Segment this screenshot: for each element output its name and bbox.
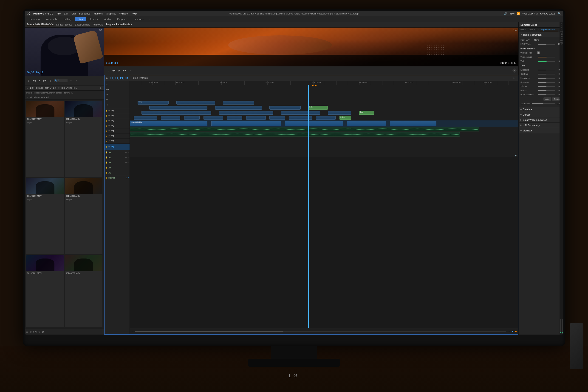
- tab-more[interactable]: ···: [147, 17, 152, 21]
- source-zoom-input[interactable]: [54, 79, 67, 82]
- timeline-add-track[interactable]: +: [512, 76, 516, 80]
- menu-file[interactable]: File: [56, 12, 61, 15]
- prog-step-back[interactable]: ◀◀: [111, 68, 116, 73]
- clip-v3-2[interactable]: [219, 111, 274, 115]
- whites-slider[interactable]: [538, 86, 555, 87]
- tool-razor[interactable]: ✂: [105, 92, 109, 97]
- master-volume-btn[interactable]: 🔊: [515, 155, 517, 156]
- saturation-slider[interactable]: [532, 104, 555, 104]
- source-tab-main[interactable]: Source: 961A6260.MOV ≡: [27, 23, 53, 26]
- temperature-slider[interactable]: [538, 57, 555, 58]
- contrast-slider[interactable]: [538, 74, 555, 74]
- tab-graphics[interactable]: Graphics: [114, 17, 130, 21]
- timeline-zoom-out[interactable]: －: [131, 330, 133, 333]
- clip-v2-9[interactable]: [316, 116, 336, 120]
- list-item[interactable]: 961A6260.MOV 3;50;44: [65, 178, 102, 254]
- clip-a1-main[interactable]: [130, 127, 479, 132]
- source-step-fwd[interactable]: ▶▶: [43, 78, 47, 83]
- blacks-slider[interactable]: [538, 90, 555, 91]
- clip-v3-1[interactable]: [141, 111, 211, 115]
- bin-meta-icon[interactable]: ℹ: [33, 330, 34, 333]
- source-tab-effects[interactable]: Effect Controls: [75, 24, 90, 26]
- source-tab-scopes[interactable]: Lumetri Scopes: [56, 24, 72, 26]
- clip-a2-main[interactable]: [130, 132, 460, 136]
- source-overwrite[interactable]: ⤵: [74, 78, 78, 83]
- menu-markers[interactable]: Markers: [94, 12, 103, 15]
- tool-pen[interactable]: ✏: [105, 98, 109, 102]
- clip-v3-4[interactable]: [328, 111, 351, 115]
- clip-v2-6[interactable]: [246, 116, 266, 120]
- timeline-zoom-in[interactable]: ＋: [508, 330, 510, 333]
- source-play-stop[interactable]: ▶: [37, 78, 42, 83]
- tool-select[interactable]: ↖: [105, 82, 109, 87]
- menu-edit[interactable]: Edit: [64, 12, 68, 15]
- prog-step-fwd[interactable]: ▶▶: [122, 68, 127, 73]
- hdr-specular-slider[interactable]: [538, 94, 555, 95]
- clip-v2-color[interactable]: Colo...: [339, 116, 351, 120]
- lumetri-tab-master[interactable]: Master * Purple Pistols.mp3: [520, 28, 538, 31]
- source-mark-out[interactable]: ⟩: [48, 78, 53, 83]
- tab-audio[interactable]: Audio: [101, 17, 113, 21]
- list-item[interactable]: 961A6259.MOV 49;56: [26, 178, 64, 254]
- list-item[interactable]: 961A6262.MOV: [65, 255, 102, 327]
- search-icon[interactable]: 🔍: [558, 12, 561, 15]
- tab-assembly[interactable]: Assembly: [43, 17, 60, 21]
- prog-play[interactable]: ▶: [117, 68, 121, 73]
- clip-v1-1[interactable]: 961A6260.MOV: [130, 121, 207, 126]
- clip-v1-4[interactable]: [347, 121, 386, 126]
- tab-color[interactable]: Color: [75, 17, 86, 21]
- clip-v2-5[interactable]: [227, 116, 243, 120]
- tab-libraries[interactable]: Libraries: [131, 17, 146, 21]
- bin-delete-icon[interactable]: 🗑: [42, 330, 44, 333]
- list-item[interactable]: 961A6257.MOV 19;22: [26, 101, 64, 177]
- menu-sequence[interactable]: Sequence: [79, 12, 90, 15]
- playhead[interactable]: [308, 85, 309, 328]
- hdr-white-slider[interactable]: [538, 44, 555, 44]
- lumetri-tab-active[interactable]: Purple Pistols * Purple Pistols.m...: [540, 28, 558, 31]
- menu-clip[interactable]: Clip: [71, 12, 76, 15]
- tab-editing[interactable]: Editing: [61, 17, 74, 21]
- tab-learning[interactable]: Learning: [27, 17, 42, 21]
- clip-v5-1[interactable]: Color: [138, 101, 169, 104]
- vignette-header[interactable]: Vignette ↺: [519, 128, 563, 133]
- clip-v2-3[interactable]: [184, 116, 200, 120]
- source-mark-in[interactable]: ⟨: [26, 78, 31, 83]
- tab-effects[interactable]: Effects: [87, 17, 100, 21]
- program-tab-main[interactable]: Program: Purple Pistols ≡: [106, 23, 132, 26]
- wb-eyedropper[interactable]: ⊕: [537, 52, 540, 54]
- menu-help[interactable]: Help: [132, 12, 137, 15]
- input-lut-value[interactable]: None: [534, 39, 539, 41]
- bin-search-icon[interactable]: ⊕: [35, 330, 37, 333]
- clip-v3-color[interactable]: Color: [359, 111, 374, 115]
- bin-list-icon[interactable]: ☰: [26, 330, 28, 333]
- color-wheels-header[interactable]: Color Wheels & Match ↺: [519, 118, 563, 122]
- clip-v2-1[interactable]: [134, 116, 157, 120]
- auto-button[interactable]: Auto: [544, 98, 552, 101]
- source-step-back[interactable]: ◀◀: [32, 78, 36, 83]
- clip-v4-3[interactable]: [269, 106, 300, 110]
- tool-ripple[interactable]: ⟺: [105, 87, 109, 92]
- clip-v4-2[interactable]: [215, 106, 262, 110]
- bin-grid-icon[interactable]: ⊞: [30, 330, 31, 333]
- prog-mark-out[interactable]: ⟩: [128, 68, 132, 73]
- timeline-zoom-slider[interactable]: [135, 331, 506, 332]
- tool-text[interactable]: T: [105, 102, 109, 107]
- menu-window[interactable]: Window: [119, 12, 128, 15]
- menu-graphics[interactable]: Graphics: [106, 12, 116, 15]
- clip-v4-color[interactable]: Color: [308, 106, 328, 110]
- list-item[interactable]: 961A6261.MOV: [26, 255, 64, 327]
- clip-v1-5[interactable]: [390, 121, 436, 126]
- bin-expand[interactable]: ▶: [100, 87, 102, 89]
- source-insert[interactable]: ↪: [68, 78, 73, 83]
- clip-v2-7[interactable]: [269, 116, 285, 120]
- curves-header[interactable]: Curves ↺: [519, 112, 563, 117]
- clip-v4-1[interactable]: [149, 106, 208, 110]
- bin-settings-icon[interactable]: ⚙: [38, 330, 40, 333]
- clip-v1-3[interactable]: [285, 121, 343, 126]
- tint-slider[interactable]: [538, 61, 555, 62]
- clip-v2-2[interactable]: [161, 116, 180, 120]
- clip-v5-2[interactable]: [176, 101, 215, 104]
- clip-v3-3[interactable]: [281, 111, 320, 115]
- highlights-slider[interactable]: [538, 78, 555, 78]
- prog-mark-in[interactable]: ⟨: [106, 68, 110, 73]
